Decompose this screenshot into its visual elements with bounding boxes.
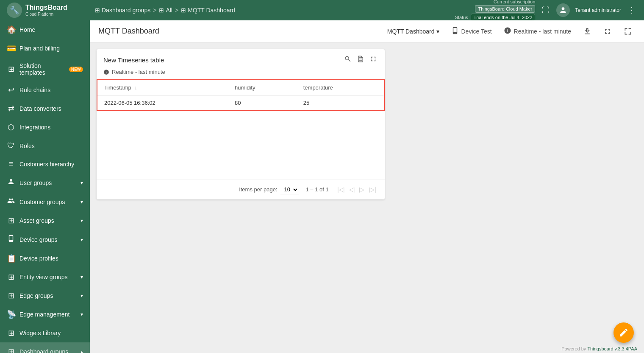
breadcrumb-all[interactable]: ⊞ All	[159, 7, 172, 14]
solution-icon: ⊞	[7, 64, 15, 74]
fullscreen-icon	[624, 27, 632, 36]
time-icon	[103, 69, 109, 75]
sidebar-label-plan: Plan and billing	[19, 45, 83, 52]
rule-chains-icon: ↩	[7, 85, 15, 95]
download-button[interactable]	[580, 25, 595, 37]
sidebar-label-dashboard-groups: Dashboard groups	[19, 348, 76, 353]
header-right: Current subscription ThingsBoard Cloud M…	[455, 0, 637, 21]
data-table: Timestamp ↓ humidity temperature	[97, 79, 385, 111]
expand-button[interactable]	[600, 25, 615, 37]
sidebar-item-integrations[interactable]: ⬡ Integrations	[0, 118, 90, 137]
items-per-page-select[interactable]: 10 25 50	[280, 185, 299, 194]
sidebar-item-customers-hierarchy[interactable]: ≡ Customers hierarchy	[0, 155, 90, 173]
col-temperature-label: temperature	[303, 84, 333, 91]
main-layout: 🏠 Home 💳 Plan and billing ⊞ Solution tem…	[0, 20, 644, 353]
sidebar-label-customer-groups: Customer groups	[19, 199, 76, 205]
widget-fullscreen-button[interactable]	[369, 54, 378, 65]
edit-fab-button[interactable]	[613, 322, 634, 343]
device-test-icon	[451, 27, 459, 36]
footer-link[interactable]: Thingsboard v.3.3.4PAA	[587, 346, 637, 351]
cell-temperature: 25	[297, 95, 384, 111]
new-badge: NEW	[69, 67, 83, 72]
sidebar-item-rule-chains[interactable]: ↩ Rule chains	[0, 81, 90, 99]
top-header: 🔧 ThingsBoard Cloud Platform ⊞ Dashboard…	[0, 0, 644, 20]
mqtt-dropdown-label: MQTT Dashboard	[387, 28, 435, 35]
prev-page-button[interactable]: ◁	[347, 184, 356, 195]
edit-icon	[619, 328, 629, 338]
sidebar-item-edge-groups[interactable]: ⊞ Edge groups ▾	[0, 286, 90, 305]
sidebar-item-device-groups[interactable]: Device groups ▾	[0, 230, 90, 249]
asset-groups-icon: ⊞	[7, 216, 15, 225]
col-timestamp-label: Timestamp	[104, 84, 131, 91]
dashboard-content: New Timeseries table	[90, 42, 644, 345]
next-page-button[interactable]: ▷	[358, 184, 366, 195]
sidebar-item-home[interactable]: 🏠 Home	[0, 20, 90, 39]
integrations-icon: ⬡	[7, 123, 15, 132]
widget-export-button[interactable]	[356, 54, 365, 65]
sidebar-item-edge-management[interactable]: 📡 Edge management ▾	[0, 305, 90, 324]
sidebar-item-plan-billing[interactable]: 💳 Plan and billing	[0, 39, 90, 58]
download-icon	[583, 27, 591, 36]
sidebar: 🏠 Home 💳 Plan and billing ⊞ Solution tem…	[0, 20, 90, 353]
search-icon	[344, 55, 352, 63]
widget-search-button[interactable]	[343, 54, 353, 65]
sidebar-label-rule-chains: Rule chains	[19, 87, 83, 93]
realtime-button[interactable]: Realtime - last minute	[500, 25, 575, 38]
dashboard-groups-icon: ⊞	[7, 347, 15, 353]
first-page-button[interactable]: |◁	[336, 184, 346, 195]
breadcrumb-mqtt-icon: ⊞	[181, 7, 186, 14]
user-name[interactable]: Tenant administrator	[575, 7, 621, 13]
footer: Powered by Thingsboard v.3.3.4PAA	[90, 345, 644, 353]
roles-icon: 🛡	[7, 141, 15, 150]
sidebar-item-device-profiles[interactable]: 📋 Device profiles	[0, 249, 90, 268]
breadcrumb-mqtt[interactable]: ⊞ MQTT Dashboard	[181, 7, 235, 14]
fullscreen-dashboard-button[interactable]	[620, 25, 636, 37]
sidebar-item-dashboard-groups[interactable]: ⊞ Dashboard groups ▴	[0, 342, 90, 353]
widgets-icon: ⊞	[7, 328, 15, 338]
sidebar-label-widgets: Widgets Library	[19, 330, 83, 336]
table-row: 2022-06-05 16:36:02 80 25	[97, 95, 384, 111]
col-temperature[interactable]: temperature	[297, 80, 384, 95]
logo-sub: Cloud Platform	[25, 12, 67, 17]
sidebar-label-edge-management: Edge management	[19, 311, 76, 318]
col-humidity[interactable]: humidity	[228, 80, 297, 95]
device-test-label: Device Test	[461, 28, 492, 35]
items-per-page-label: Items per page:	[239, 186, 277, 193]
breadcrumb: ⊞ Dashboard groups > ⊞ All > ⊞ MQTT Dash…	[95, 7, 452, 14]
widget-time-label: Realtime - last minute	[112, 69, 165, 75]
widget-header: New Timeseries table	[97, 49, 385, 69]
col-humidity-label: humidity	[235, 84, 255, 91]
sidebar-item-widgets-library[interactable]: ⊞ Widgets Library	[0, 324, 90, 342]
dashboard-groups-chevron: ▴	[80, 349, 83, 353]
sidebar-item-entity-view-groups[interactable]: ⊞ Entity view groups ▾	[0, 268, 90, 286]
data-converters-icon: ⇄	[7, 104, 15, 113]
logo: 🔧 ThingsBoard Cloud Platform	[7, 3, 92, 18]
device-groups-icon	[7, 235, 15, 244]
mqtt-dropdown-chevron: ▾	[436, 28, 439, 35]
mqtt-dashboard-dropdown[interactable]: MQTT Dashboard ▾	[384, 26, 443, 36]
cell-timestamp: 2022-06-05 16:36:02	[97, 95, 228, 111]
sidebar-label-solution: Solution templates	[19, 62, 63, 76]
sidebar-item-roles[interactable]: 🛡 Roles	[0, 137, 90, 155]
sidebar-item-user-groups[interactable]: User groups ▾	[0, 173, 90, 192]
user-avatar[interactable]	[556, 3, 570, 17]
last-page-button[interactable]: ▷|	[368, 184, 378, 195]
sidebar-item-customer-groups[interactable]: Customer groups ▾	[0, 192, 90, 211]
asset-groups-chevron: ▾	[80, 218, 83, 224]
entity-view-icon: ⊞	[7, 272, 15, 282]
more-options-button[interactable]: ⋮	[626, 4, 637, 17]
edge-management-chevron: ▾	[80, 311, 83, 317]
sidebar-item-solution-templates[interactable]: ⊞ Solution templates NEW	[0, 58, 90, 81]
sidebar-item-data-converters[interactable]: ⇄ Data converters	[0, 99, 90, 118]
col-timestamp[interactable]: Timestamp ↓	[97, 80, 228, 95]
realtime-label: Realtime - last minute	[514, 28, 571, 35]
plan-icon: 💳	[7, 44, 15, 53]
sidebar-label-roles: Roles	[19, 143, 83, 149]
sidebar-item-asset-groups[interactable]: ⊞ Asset groups ▾	[0, 211, 90, 230]
breadcrumb-dashboard-groups[interactable]: ⊞ Dashboard groups	[95, 7, 150, 14]
sort-icon: ↓	[134, 85, 137, 91]
fullscreen-button[interactable]: ⛶	[540, 4, 551, 17]
dashboard-groups-icon: ⊞	[95, 7, 100, 14]
device-test-button[interactable]: Device Test	[448, 25, 495, 38]
sidebar-label-edge-groups: Edge groups	[19, 292, 76, 299]
